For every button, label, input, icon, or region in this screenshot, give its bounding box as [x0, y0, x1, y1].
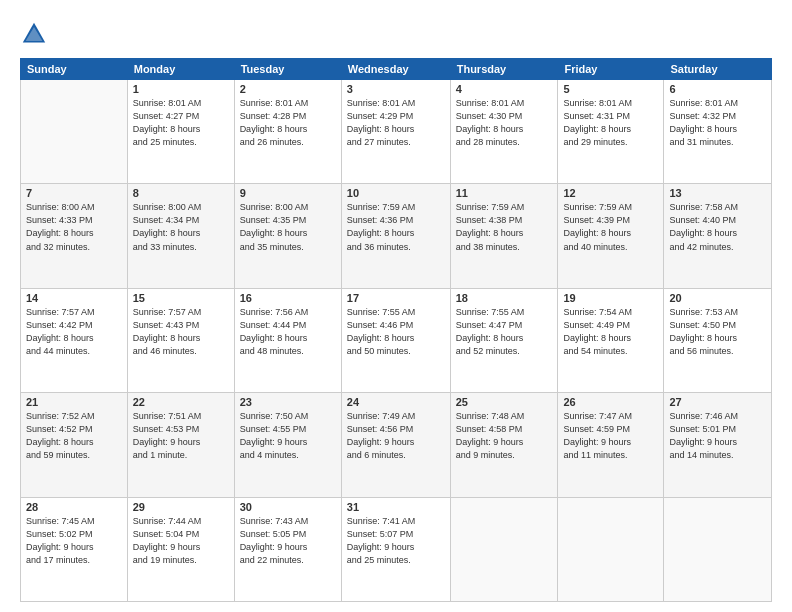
day-info: Sunrise: 7:53 AM Sunset: 4:50 PM Dayligh… — [669, 306, 766, 358]
calendar-cell: 21Sunrise: 7:52 AM Sunset: 4:52 PM Dayli… — [21, 393, 128, 497]
day-info: Sunrise: 7:50 AM Sunset: 4:55 PM Dayligh… — [240, 410, 336, 462]
calendar-header-row: SundayMondayTuesdayWednesdayThursdayFrid… — [21, 59, 772, 80]
day-number: 31 — [347, 501, 445, 513]
calendar-cell: 16Sunrise: 7:56 AM Sunset: 4:44 PM Dayli… — [234, 288, 341, 392]
calendar-cell — [450, 497, 558, 601]
day-info: Sunrise: 7:46 AM Sunset: 5:01 PM Dayligh… — [669, 410, 766, 462]
day-number: 20 — [669, 292, 766, 304]
calendar-week-row: 14Sunrise: 7:57 AM Sunset: 4:42 PM Dayli… — [21, 288, 772, 392]
calendar-cell: 18Sunrise: 7:55 AM Sunset: 4:47 PM Dayli… — [450, 288, 558, 392]
day-info: Sunrise: 8:01 AM Sunset: 4:31 PM Dayligh… — [563, 97, 658, 149]
day-info: Sunrise: 7:59 AM Sunset: 4:38 PM Dayligh… — [456, 201, 553, 253]
day-info: Sunrise: 8:01 AM Sunset: 4:32 PM Dayligh… — [669, 97, 766, 149]
day-info: Sunrise: 8:00 AM Sunset: 4:34 PM Dayligh… — [133, 201, 229, 253]
day-number: 2 — [240, 83, 336, 95]
day-number: 6 — [669, 83, 766, 95]
calendar-cell: 11Sunrise: 7:59 AM Sunset: 4:38 PM Dayli… — [450, 184, 558, 288]
day-number: 13 — [669, 187, 766, 199]
day-number: 22 — [133, 396, 229, 408]
page-header — [20, 20, 772, 48]
calendar-cell: 25Sunrise: 7:48 AM Sunset: 4:58 PM Dayli… — [450, 393, 558, 497]
day-info: Sunrise: 7:51 AM Sunset: 4:53 PM Dayligh… — [133, 410, 229, 462]
day-info: Sunrise: 7:48 AM Sunset: 4:58 PM Dayligh… — [456, 410, 553, 462]
day-info: Sunrise: 7:52 AM Sunset: 4:52 PM Dayligh… — [26, 410, 122, 462]
calendar-cell: 31Sunrise: 7:41 AM Sunset: 5:07 PM Dayli… — [341, 497, 450, 601]
day-info: Sunrise: 8:00 AM Sunset: 4:33 PM Dayligh… — [26, 201, 122, 253]
calendar-cell: 4Sunrise: 8:01 AM Sunset: 4:30 PM Daylig… — [450, 80, 558, 184]
calendar-cell — [664, 497, 772, 601]
day-info: Sunrise: 7:55 AM Sunset: 4:47 PM Dayligh… — [456, 306, 553, 358]
calendar-cell: 14Sunrise: 7:57 AM Sunset: 4:42 PM Dayli… — [21, 288, 128, 392]
day-info: Sunrise: 8:01 AM Sunset: 4:28 PM Dayligh… — [240, 97, 336, 149]
day-info: Sunrise: 7:55 AM Sunset: 4:46 PM Dayligh… — [347, 306, 445, 358]
day-number: 23 — [240, 396, 336, 408]
calendar-week-row: 28Sunrise: 7:45 AM Sunset: 5:02 PM Dayli… — [21, 497, 772, 601]
day-number: 15 — [133, 292, 229, 304]
day-number: 29 — [133, 501, 229, 513]
calendar-cell: 24Sunrise: 7:49 AM Sunset: 4:56 PM Dayli… — [341, 393, 450, 497]
day-number: 24 — [347, 396, 445, 408]
calendar-cell: 30Sunrise: 7:43 AM Sunset: 5:05 PM Dayli… — [234, 497, 341, 601]
calendar-header-wednesday: Wednesday — [341, 59, 450, 80]
calendar-cell: 17Sunrise: 7:55 AM Sunset: 4:46 PM Dayli… — [341, 288, 450, 392]
day-number: 17 — [347, 292, 445, 304]
calendar-week-row: 1Sunrise: 8:01 AM Sunset: 4:27 PM Daylig… — [21, 80, 772, 184]
day-info: Sunrise: 7:58 AM Sunset: 4:40 PM Dayligh… — [669, 201, 766, 253]
calendar-cell: 23Sunrise: 7:50 AM Sunset: 4:55 PM Dayli… — [234, 393, 341, 497]
day-info: Sunrise: 8:00 AM Sunset: 4:35 PM Dayligh… — [240, 201, 336, 253]
day-info: Sunrise: 7:57 AM Sunset: 4:43 PM Dayligh… — [133, 306, 229, 358]
calendar-header-friday: Friday — [558, 59, 664, 80]
day-number: 28 — [26, 501, 122, 513]
calendar-cell: 20Sunrise: 7:53 AM Sunset: 4:50 PM Dayli… — [664, 288, 772, 392]
day-number: 9 — [240, 187, 336, 199]
calendar-cell: 8Sunrise: 8:00 AM Sunset: 4:34 PM Daylig… — [127, 184, 234, 288]
calendar-cell: 28Sunrise: 7:45 AM Sunset: 5:02 PM Dayli… — [21, 497, 128, 601]
day-number: 4 — [456, 83, 553, 95]
calendar-week-row: 7Sunrise: 8:00 AM Sunset: 4:33 PM Daylig… — [21, 184, 772, 288]
day-number: 5 — [563, 83, 658, 95]
day-number: 11 — [456, 187, 553, 199]
calendar-header-monday: Monday — [127, 59, 234, 80]
calendar-cell: 22Sunrise: 7:51 AM Sunset: 4:53 PM Dayli… — [127, 393, 234, 497]
calendar-cell: 6Sunrise: 8:01 AM Sunset: 4:32 PM Daylig… — [664, 80, 772, 184]
calendar-cell: 15Sunrise: 7:57 AM Sunset: 4:43 PM Dayli… — [127, 288, 234, 392]
calendar-cell: 2Sunrise: 8:01 AM Sunset: 4:28 PM Daylig… — [234, 80, 341, 184]
day-info: Sunrise: 7:49 AM Sunset: 4:56 PM Dayligh… — [347, 410, 445, 462]
day-info: Sunrise: 7:59 AM Sunset: 4:36 PM Dayligh… — [347, 201, 445, 253]
calendar-cell — [21, 80, 128, 184]
calendar-cell: 9Sunrise: 8:00 AM Sunset: 4:35 PM Daylig… — [234, 184, 341, 288]
calendar-cell: 7Sunrise: 8:00 AM Sunset: 4:33 PM Daylig… — [21, 184, 128, 288]
day-number: 1 — [133, 83, 229, 95]
calendar-cell — [558, 497, 664, 601]
day-number: 30 — [240, 501, 336, 513]
day-info: Sunrise: 7:43 AM Sunset: 5:05 PM Dayligh… — [240, 515, 336, 567]
logo-icon — [20, 20, 48, 48]
day-info: Sunrise: 8:01 AM Sunset: 4:29 PM Dayligh… — [347, 97, 445, 149]
calendar-cell: 12Sunrise: 7:59 AM Sunset: 4:39 PM Dayli… — [558, 184, 664, 288]
calendar-table: SundayMondayTuesdayWednesdayThursdayFrid… — [20, 58, 772, 602]
calendar-header-sunday: Sunday — [21, 59, 128, 80]
day-number: 7 — [26, 187, 122, 199]
calendar-cell: 27Sunrise: 7:46 AM Sunset: 5:01 PM Dayli… — [664, 393, 772, 497]
calendar-cell: 13Sunrise: 7:58 AM Sunset: 4:40 PM Dayli… — [664, 184, 772, 288]
logo — [20, 20, 52, 48]
day-number: 12 — [563, 187, 658, 199]
day-number: 18 — [456, 292, 553, 304]
calendar-cell: 3Sunrise: 8:01 AM Sunset: 4:29 PM Daylig… — [341, 80, 450, 184]
calendar-header-tuesday: Tuesday — [234, 59, 341, 80]
day-number: 19 — [563, 292, 658, 304]
day-number: 3 — [347, 83, 445, 95]
day-info: Sunrise: 8:01 AM Sunset: 4:27 PM Dayligh… — [133, 97, 229, 149]
day-info: Sunrise: 7:44 AM Sunset: 5:04 PM Dayligh… — [133, 515, 229, 567]
day-info: Sunrise: 7:56 AM Sunset: 4:44 PM Dayligh… — [240, 306, 336, 358]
calendar-cell: 1Sunrise: 8:01 AM Sunset: 4:27 PM Daylig… — [127, 80, 234, 184]
calendar-cell: 26Sunrise: 7:47 AM Sunset: 4:59 PM Dayli… — [558, 393, 664, 497]
day-number: 10 — [347, 187, 445, 199]
calendar-cell: 29Sunrise: 7:44 AM Sunset: 5:04 PM Dayli… — [127, 497, 234, 601]
day-info: Sunrise: 7:47 AM Sunset: 4:59 PM Dayligh… — [563, 410, 658, 462]
day-number: 16 — [240, 292, 336, 304]
calendar-header-thursday: Thursday — [450, 59, 558, 80]
day-number: 8 — [133, 187, 229, 199]
calendar-week-row: 21Sunrise: 7:52 AM Sunset: 4:52 PM Dayli… — [21, 393, 772, 497]
day-info: Sunrise: 7:41 AM Sunset: 5:07 PM Dayligh… — [347, 515, 445, 567]
